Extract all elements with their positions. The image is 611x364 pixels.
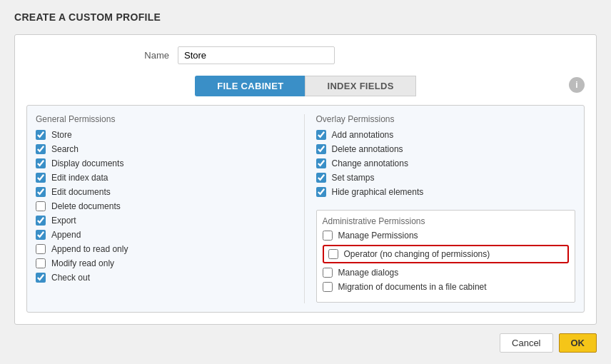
- perm-change-annotations: Change annotations: [316, 158, 576, 168]
- perm-manage-dialogs: Manage dialogs: [323, 268, 570, 278]
- main-card: Name FILE CABINET INDEX FIELDS i General…: [14, 34, 597, 325]
- perm-manage-permissions-checkbox[interactable]: [323, 231, 333, 241]
- perm-set-stamps-label[interactable]: Set stamps: [332, 173, 375, 183]
- page-container: CREATE A CUSTOM PROFILE Name FILE CABINE…: [0, 0, 611, 364]
- perm-manage-permissions: Manage Permissions: [323, 231, 570, 241]
- perm-change-annotations-checkbox[interactable]: [316, 158, 326, 168]
- perm-delete-docs-label[interactable]: Delete documents: [51, 201, 121, 211]
- info-icon[interactable]: i: [569, 77, 585, 93]
- perm-checkout: Check out: [36, 273, 296, 283]
- perm-set-stamps: Set stamps: [316, 173, 576, 183]
- perm-manage-dialogs-checkbox[interactable]: [323, 268, 333, 278]
- tab-file-cabinet[interactable]: FILE CABINET: [195, 76, 305, 96]
- perm-store-checkbox[interactable]: [36, 130, 46, 140]
- perm-hide-graphical-label[interactable]: Hide graphical elements: [332, 187, 424, 197]
- page-title: CREATE A CUSTOM PROFILE: [14, 11, 597, 23]
- perm-delete-annotations-label[interactable]: Delete annotations: [332, 144, 403, 154]
- perm-set-stamps-checkbox[interactable]: [316, 173, 326, 183]
- perm-add-annotations: Add annotations: [316, 130, 576, 140]
- perm-display-docs: Display documents: [36, 158, 296, 168]
- perm-display-label[interactable]: Display documents: [51, 158, 123, 168]
- perm-manage-permissions-label[interactable]: Manage Permissions: [338, 231, 418, 241]
- perm-edit-docs-checkbox[interactable]: [36, 187, 46, 197]
- perm-append-label[interactable]: Append: [51, 230, 81, 240]
- perm-operator-row: Operator (no changing of permissions): [323, 245, 570, 263]
- cancel-button[interactable]: Cancel: [500, 333, 552, 353]
- perm-delete-annotations-checkbox[interactable]: [316, 144, 326, 154]
- name-input[interactable]: [178, 46, 335, 64]
- ok-button[interactable]: OK: [559, 333, 597, 353]
- perm-modify-readonly-checkbox[interactable]: [36, 258, 46, 268]
- footer-row: Cancel OK: [14, 325, 597, 353]
- right-panel: Overlay Permissions Add annotations Dele…: [305, 114, 576, 303]
- perm-append: Append: [36, 230, 296, 240]
- permissions-panel: General Permissions Store Search Display…: [26, 105, 585, 313]
- perm-export-checkbox[interactable]: [36, 216, 46, 226]
- perm-search: Search: [36, 144, 296, 154]
- perm-checkout-label[interactable]: Check out: [51, 273, 90, 283]
- administrative-permissions-section: Administrative Permissions Manage Permis…: [316, 210, 576, 303]
- perm-change-annotations-label[interactable]: Change annotations: [332, 158, 408, 168]
- perm-operator-label[interactable]: Operator (no changing of permissions): [344, 249, 490, 259]
- perm-export: Export: [36, 216, 296, 226]
- name-row: Name: [26, 46, 585, 64]
- name-label: Name: [141, 50, 169, 61]
- overlay-permissions-title: Overlay Permissions: [316, 114, 576, 124]
- perm-search-label[interactable]: Search: [51, 144, 79, 154]
- perm-edit-index-label[interactable]: Edit index data: [51, 173, 108, 183]
- tab-index-fields[interactable]: INDEX FIELDS: [305, 76, 415, 96]
- perm-modify-readonly: Modify read only: [36, 258, 296, 268]
- perm-checkout-checkbox[interactable]: [36, 273, 46, 283]
- perm-edit-index-checkbox[interactable]: [36, 173, 46, 183]
- perm-store: Store: [36, 130, 296, 140]
- perm-append-readonly: Append to read only: [36, 244, 296, 254]
- perm-migration-checkbox[interactable]: [323, 282, 333, 292]
- perm-migration: Migration of documents in a file cabinet: [323, 282, 570, 292]
- perm-edit-index: Edit index data: [36, 173, 296, 183]
- perm-append-readonly-checkbox[interactable]: [36, 244, 46, 254]
- perm-delete-docs: Delete documents: [36, 201, 296, 211]
- perm-search-checkbox[interactable]: [36, 144, 46, 154]
- perm-append-readonly-label[interactable]: Append to read only: [51, 244, 128, 254]
- perm-add-annotations-checkbox[interactable]: [316, 130, 326, 140]
- perm-edit-docs-label[interactable]: Edit documents: [51, 187, 111, 197]
- perm-delete-docs-checkbox[interactable]: [36, 201, 46, 211]
- perm-hide-graphical-checkbox[interactable]: [316, 187, 326, 197]
- perm-hide-graphical: Hide graphical elements: [316, 187, 576, 197]
- perm-append-checkbox[interactable]: [36, 230, 46, 240]
- perm-modify-readonly-label[interactable]: Modify read only: [51, 258, 114, 268]
- general-permissions-panel: General Permissions Store Search Display…: [36, 114, 305, 303]
- general-permissions-title: General Permissions: [36, 114, 296, 124]
- perm-migration-label[interactable]: Migration of documents in a file cabinet: [338, 282, 487, 292]
- perm-add-annotations-label[interactable]: Add annotations: [332, 130, 394, 140]
- admin-permissions-title: Administrative Permissions: [323, 216, 570, 226]
- perm-store-label[interactable]: Store: [51, 130, 72, 140]
- overlay-permissions-section: Overlay Permissions Add annotations Dele…: [316, 114, 576, 201]
- perm-operator-checkbox[interactable]: [328, 249, 338, 259]
- perm-edit-docs: Edit documents: [36, 187, 296, 197]
- tabs-row: FILE CABINET INDEX FIELDS i: [26, 76, 585, 96]
- perm-display-checkbox[interactable]: [36, 158, 46, 168]
- perm-manage-dialogs-label[interactable]: Manage dialogs: [338, 268, 399, 278]
- perm-export-label[interactable]: Export: [51, 216, 76, 226]
- perm-delete-annotations: Delete annotations: [316, 144, 576, 154]
